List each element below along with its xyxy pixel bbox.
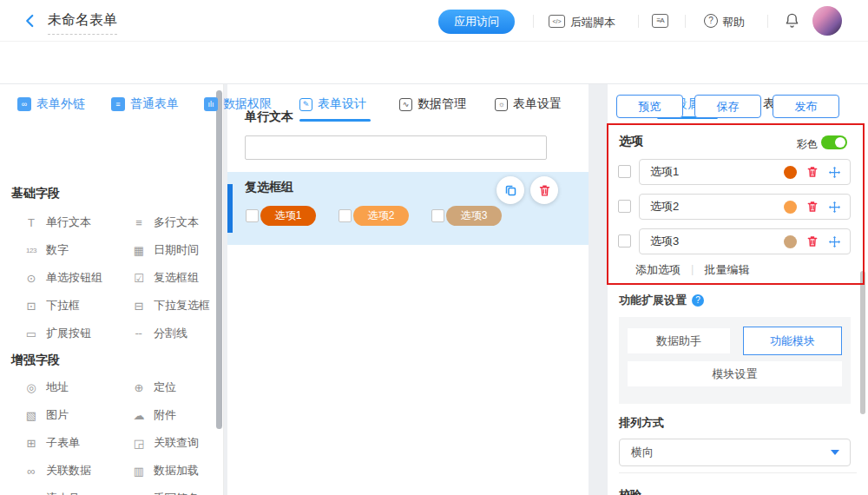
checkbox[interactable] [618, 165, 631, 178]
arrangement-value: 横向 [631, 446, 654, 459]
drag-move-icon[interactable] [828, 235, 841, 248]
sidebar-item-checkbox-group[interactable]: ☑复选框组 [131, 269, 214, 287]
language-icon[interactable]: ≡A [652, 14, 668, 28]
sidebar-item-signature[interactable]: ✎手写签名 [131, 490, 214, 495]
checkbox[interactable] [431, 209, 444, 222]
tab-form-settings[interactable]: ☼ 表单设置 [495, 96, 562, 112]
sidebar-item-attachment[interactable]: ☁附件 [131, 406, 214, 424]
page-title[interactable]: 未命名表单 [48, 11, 117, 35]
signature-icon: ✎ [131, 492, 147, 495]
sidebar-item-datetime[interactable]: ▦日期时间 [131, 241, 214, 259]
color-dot[interactable] [784, 166, 797, 179]
sidebar-item-label: 下拉框 [46, 298, 80, 314]
drag-move-icon[interactable] [828, 201, 841, 214]
divider [767, 15, 768, 28]
selection-accent-bar [227, 184, 233, 233]
option-value-input[interactable] [650, 235, 774, 248]
location-icon: ⊕ [131, 381, 147, 394]
panel-scrollbar[interactable] [860, 271, 865, 414]
divider [685, 15, 686, 28]
function-module-button[interactable]: 功能模块 [743, 327, 842, 355]
option-row [618, 228, 858, 254]
delete-option-icon[interactable] [806, 235, 819, 248]
sidebar-item-linked-data[interactable]: ∞关联数据 [23, 462, 131, 479]
publish-button[interactable]: 发布 [773, 95, 839, 118]
sidebar-item-multi-line-text[interactable]: ≡多行文本 [131, 214, 214, 231]
sidebar-item-location[interactable]: ⊕定位 [131, 379, 214, 396]
image-icon: ▧ [23, 409, 39, 422]
data-helper-button[interactable]: 数据助手 [628, 328, 730, 353]
sidebar-item-radio-group[interactable]: ⊙单选按钮组 [23, 269, 131, 287]
copy-field-button[interactable] [496, 176, 524, 204]
sidebar-item-serial-number[interactable]: №流水号 [23, 490, 131, 495]
sidebar-section-enhanced: ◎地址 ⊕定位 ▧图片 ☁附件 ⊞子表单 ◲关联查询 ∞关联数据 ▥数据加载 №… [23, 379, 214, 495]
sidebar-item-data-load[interactable]: ▥数据加载 [131, 462, 214, 479]
sidebar-section-basic: T单行文本 ≡多行文本 123数字 ▦日期时间 ⊙单选按钮组 ☑复选框组 ⊡下拉… [23, 214, 214, 342]
divider [619, 472, 857, 473]
help-button[interactable]: 帮助 [722, 15, 745, 30]
field-label: 复选框组 [245, 180, 293, 195]
tab-data-manage[interactable]: ∿ 数据管理 [399, 96, 466, 112]
sidebar-item-image[interactable]: ▧图片 [23, 406, 131, 424]
backend-script-button[interactable]: 后端脚本 [570, 15, 615, 30]
preview-button[interactable]: 预览 [616, 95, 683, 118]
batch-edit-link[interactable]: 批量编辑 [704, 262, 749, 278]
app-access-button[interactable]: 应用访问 [438, 10, 515, 34]
sidebar-item-label: 数据加载 [154, 463, 199, 478]
attachment-icon: ☁ [131, 409, 147, 422]
module-settings-button[interactable]: 模块设置 [628, 361, 842, 386]
help-badge-icon[interactable]: ? [692, 294, 704, 307]
sidebar-item-subform[interactable]: ⊞子表单 [23, 434, 131, 452]
code-icon[interactable]: </> [549, 15, 565, 28]
save-button[interactable]: 保存 [694, 95, 761, 118]
extension-box: 数据助手 功能模块 模块设置 [619, 317, 851, 404]
linked-data-icon: ∞ [23, 465, 39, 478]
sidebar-item-multi-select[interactable]: ⊟下拉复选框 [131, 297, 214, 314]
tab-bar: ∞ 表单外链 ≡ 普通表单 ılı 数据权限 ✎ 表单设计 ∿ 数据管理 ☼ 表… [0, 42, 868, 84]
option-editor [639, 159, 851, 185]
sidebar-item-address[interactable]: ◎地址 [23, 379, 131, 396]
expand-button-icon: ▭ [23, 327, 39, 340]
delete-option-icon[interactable] [806, 201, 819, 213]
data-manage-icon: ∿ [399, 98, 412, 111]
color-dot[interactable] [784, 235, 797, 248]
sidebar-item-label: 附件 [154, 407, 176, 423]
sidebar-item-divider[interactable]: ╌分割线 [131, 325, 214, 342]
option-pill: 选项1 [260, 206, 316, 226]
checkbox[interactable] [618, 200, 631, 213]
data-load-icon: ▥ [131, 465, 147, 478]
single-line-text-input[interactable] [245, 135, 547, 160]
sidebar-item-single-line-text[interactable]: T单行文本 [23, 214, 131, 231]
add-option-link[interactable]: 添加选项 [635, 262, 681, 278]
color-dot[interactable] [784, 201, 797, 214]
sidebar-item-lookup-query[interactable]: ◲关联查询 [131, 434, 214, 452]
delete-option-icon[interactable] [806, 166, 819, 178]
textarea-icon: ≡ [131, 216, 147, 229]
option-pill: 选项2 [353, 206, 409, 226]
data-permission-link[interactable]: ılı 数据权限 [204, 96, 272, 112]
sidebar-item-expand-button[interactable]: ▭扩展按钮 [23, 325, 131, 342]
selected-field-checkbox-group[interactable]: 复选框组 选项1 选项2 选项3 [227, 172, 589, 245]
normal-form-link[interactable]: ≡ 普通表单 [111, 96, 179, 112]
sidebar-item-label: 地址 [46, 380, 69, 395]
checkbox[interactable] [339, 209, 352, 222]
sidebar-item-label: 单选按钮组 [46, 270, 102, 286]
color-toggle[interactable] [821, 135, 847, 149]
tab-form-design[interactable]: ✎ 表单设计 [299, 96, 366, 112]
drag-move-icon[interactable] [828, 166, 841, 179]
option-actions: 添加选项 | 批量编辑 [635, 262, 749, 278]
checkbox[interactable] [618, 234, 631, 248]
sidebar-item-select[interactable]: ⊡下拉框 [23, 297, 131, 314]
option-value-input[interactable] [650, 166, 774, 179]
help-icon[interactable]: ? [704, 14, 718, 28]
form-external-link[interactable]: ∞ 表单外链 [17, 96, 85, 112]
option-value-input[interactable] [650, 201, 774, 214]
checkbox[interactable] [246, 209, 259, 222]
delete-field-button[interactable] [530, 176, 558, 204]
sidebar-item-number[interactable]: 123数字 [23, 241, 131, 259]
back-icon[interactable] [23, 13, 38, 29]
arrangement-select[interactable]: 横向 [619, 439, 851, 466]
user-avatar[interactable] [812, 6, 842, 36]
sidebar-scrollbar[interactable] [216, 90, 222, 429]
notification-bell-icon[interactable] [784, 12, 800, 32]
